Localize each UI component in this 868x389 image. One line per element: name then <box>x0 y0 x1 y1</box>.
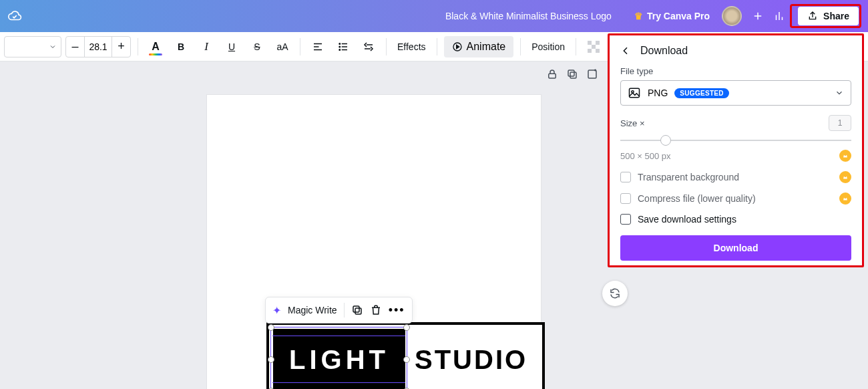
download-panel: Download File type PNG SUGGESTED Size × … <box>608 33 864 267</box>
add-button[interactable] <box>747 5 769 27</box>
selection-box <box>270 327 407 389</box>
file-type-label: File type <box>620 66 851 76</box>
resize-handle[interactable] <box>403 356 410 363</box>
duplicate-page-icon[interactable] <box>566 68 578 80</box>
compress-checkbox[interactable] <box>620 193 631 204</box>
share-label: Share <box>823 11 849 21</box>
panel-title: Download <box>640 45 688 57</box>
animate-label: Animate <box>467 41 506 53</box>
duplicate-icon[interactable] <box>351 304 363 316</box>
svg-point-2 <box>339 49 341 50</box>
transparent-bg-label: Transparent background <box>638 172 739 182</box>
trash-icon[interactable] <box>370 304 382 316</box>
file-type-value: PNG <box>648 88 668 98</box>
chevron-down-icon <box>49 43 57 51</box>
save-settings-label: Save download settings <box>638 214 736 225</box>
transparency-button[interactable] <box>583 36 604 57</box>
svg-rect-13 <box>568 70 574 76</box>
more-icon[interactable]: ••• <box>389 303 405 317</box>
document-title[interactable]: Black & White Minimalist Business Logo <box>445 11 612 21</box>
element-mini-toolbar: ✦ Magic Write ••• <box>265 297 413 323</box>
back-icon[interactable] <box>620 45 631 56</box>
file-type-select[interactable]: PNG SUGGESTED <box>620 80 851 106</box>
slider-thumb[interactable] <box>660 135 671 146</box>
svg-rect-9 <box>596 49 600 53</box>
crown-icon: ♛ <box>634 11 643 21</box>
resize-handle[interactable] <box>268 324 274 331</box>
image-icon <box>628 86 641 100</box>
top-bar: Black & White Minimalist Business Logo ♛… <box>0 0 868 32</box>
svg-rect-7 <box>592 45 596 49</box>
try-pro-label: Try Canva Pro <box>647 11 710 21</box>
insights-icon[interactable] <box>769 5 790 27</box>
spacing-button[interactable] <box>358 36 379 57</box>
cloud-save-icon[interactable] <box>7 8 23 24</box>
pro-badge-icon <box>839 171 851 183</box>
align-button[interactable] <box>307 36 329 57</box>
add-page-icon[interactable] <box>586 68 598 80</box>
svg-rect-14 <box>588 70 596 78</box>
share-button-highlight: Share <box>790 4 861 28</box>
pro-badge-icon <box>839 192 851 205</box>
play-icon <box>452 41 463 52</box>
page-lock-icon[interactable] <box>546 68 558 80</box>
svg-rect-11 <box>549 74 556 78</box>
svg-point-0 <box>339 43 341 44</box>
share-button[interactable]: Share <box>798 7 859 25</box>
pro-badge-icon <box>839 150 851 162</box>
animate-button[interactable]: Animate <box>444 36 514 57</box>
logo-right-text: STUDIO <box>415 345 527 375</box>
font-size-stepper: – 28.1 + <box>65 36 131 57</box>
dimensions-label: 500 × 500 px <box>620 151 671 161</box>
sparkle-icon: ✦ <box>272 304 281 317</box>
list-button[interactable] <box>333 36 354 57</box>
upload-icon <box>807 11 818 21</box>
size-label: Size × <box>620 118 645 128</box>
chevron-down-icon <box>835 88 844 98</box>
try-pro-button[interactable]: ♛ Try Canva Pro <box>628 7 716 25</box>
avatar[interactable] <box>722 6 742 26</box>
svg-rect-8 <box>588 49 592 53</box>
text-case-button[interactable]: aA <box>272 36 293 57</box>
refresh-button[interactable] <box>602 281 628 306</box>
position-button[interactable]: Position <box>527 36 569 57</box>
size-slider[interactable] <box>620 134 851 147</box>
svg-rect-12 <box>570 72 576 78</box>
svg-rect-16 <box>353 306 359 312</box>
strikethrough-button[interactable]: S <box>246 36 268 57</box>
suggested-badge: SUGGESTED <box>674 88 729 98</box>
canvas-area: LIGHT STUDIO ✦ Magic Write ••• <box>0 61 608 389</box>
font-size-plus[interactable]: + <box>112 37 130 57</box>
resize-handle[interactable] <box>268 356 274 363</box>
compress-label: Compress file (lower quality) <box>638 193 756 204</box>
size-multiplier-input[interactable]: 1 <box>829 115 851 131</box>
text-color-button[interactable]: A <box>145 36 166 57</box>
page-tools <box>546 68 598 80</box>
svg-rect-17 <box>630 88 640 97</box>
resize-handle[interactable] <box>403 324 410 331</box>
bold-button[interactable]: B <box>170 36 192 57</box>
effects-button[interactable]: Effects <box>393 36 430 57</box>
svg-rect-15 <box>355 308 361 314</box>
save-settings-checkbox[interactable] <box>620 214 631 225</box>
underline-button[interactable]: U <box>221 36 242 57</box>
svg-rect-6 <box>596 41 600 45</box>
transparent-bg-checkbox[interactable] <box>620 172 631 182</box>
font-family-select[interactable] <box>4 36 61 57</box>
magic-write-button[interactable]: Magic Write <box>288 305 337 315</box>
italic-button[interactable]: I <box>196 36 217 57</box>
font-size-minus[interactable]: – <box>66 37 85 57</box>
svg-rect-5 <box>588 41 592 45</box>
font-size-value[interactable]: 28.1 <box>85 41 112 52</box>
svg-point-1 <box>339 46 341 47</box>
download-button[interactable]: Download <box>620 235 851 261</box>
